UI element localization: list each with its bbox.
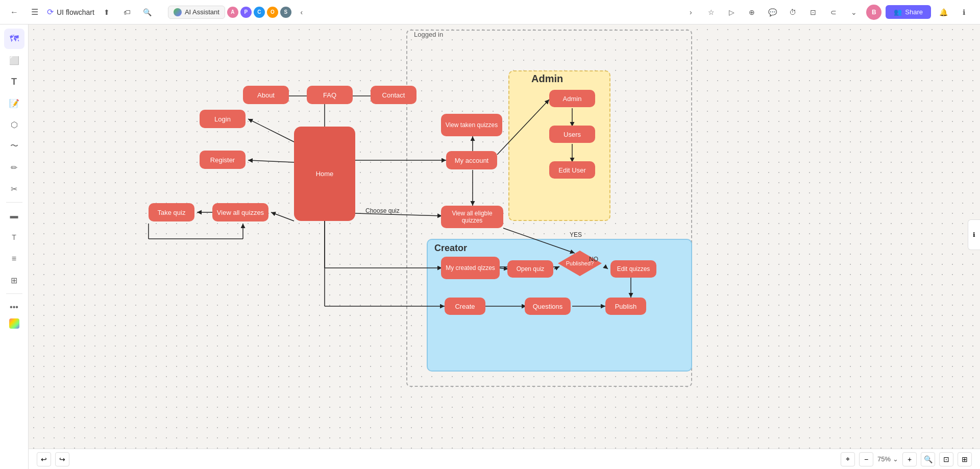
node-admin[interactable]: Admin (549, 90, 595, 107)
export-icon: ⬆ (104, 8, 110, 16)
play-button[interactable]: ▷ (723, 4, 740, 20)
export-button[interactable]: ⬆ (99, 4, 115, 20)
redo-button[interactable]: ↪ (55, 452, 69, 466)
info-button[interactable]: ℹ (955, 4, 972, 20)
node-publish[interactable]: Publish (605, 298, 646, 315)
share-button[interactable]: 👥 Share (886, 5, 931, 19)
node-edit-quizzes[interactable]: Edit quizzes (610, 260, 656, 278)
cursor-button[interactable]: ⌖ (841, 452, 855, 466)
search-zoom-button[interactable]: 🔍 (921, 452, 935, 466)
flowchart: Logged in Admin Creator (29, 24, 980, 469)
chevron-down-icon: ⌄ (851, 8, 857, 16)
zoom-out-button[interactable]: − (859, 452, 873, 466)
node-view-taken[interactable]: View taken quizzes (441, 114, 502, 136)
list-sidebar-icon: ≡ (12, 254, 16, 263)
user-avatar[interactable]: B (866, 5, 881, 20)
play-icon: ▷ (729, 8, 734, 16)
sidebar-text2-button[interactable]: T (4, 227, 24, 248)
table-sidebar-icon: ▬ (10, 211, 18, 220)
node-edit-user[interactable]: Edit User (549, 161, 595, 179)
node-faq-label: FAQ (323, 91, 336, 99)
node-my-account-label: My account (455, 157, 488, 164)
sidebar-scissors-button[interactable]: ✂ (4, 179, 24, 199)
undo-button[interactable]: ↩ (37, 452, 51, 466)
sidebar-more-button[interactable]: ••• (4, 297, 24, 317)
flow-button[interactable]: ⊂ (825, 4, 842, 20)
node-create[interactable]: Create (445, 298, 485, 315)
node-take-quiz-label: Take quiz (158, 209, 186, 216)
sidebar-pen-button[interactable]: 〜 (4, 136, 24, 156)
sidebar-table-button[interactable]: ▬ (4, 206, 24, 226)
node-faq[interactable]: FAQ (307, 86, 353, 104)
logged-in-label: Logged in (414, 31, 443, 38)
node-view-eligible[interactable]: View all eligble quizzes (441, 206, 503, 228)
panel-button[interactable]: ⊞ (958, 452, 972, 466)
scissors-sidebar-icon: ✂ (11, 184, 17, 194)
node-about-label: About (257, 91, 275, 99)
search-icon: 🔍 (143, 8, 152, 16)
sidebar: 🗺 ⬜ T 📝 ⬡ 〜 ✏ ✂ ▬ T ≡ ⊞ ••• (0, 24, 29, 469)
node-contact[interactable]: Contact (371, 86, 416, 104)
node-my-created[interactable]: My created qlzzes (441, 257, 500, 279)
collapse-button[interactable]: ‹ (293, 4, 310, 20)
node-edit-user-label: Edit User (558, 166, 585, 174)
present-button[interactable]: ⊕ (744, 4, 760, 20)
title-label: UI flowchart (57, 8, 94, 16)
comment-icon: 💬 (768, 8, 777, 16)
menu-icon: ☰ (31, 7, 38, 17)
svg-line-5 (248, 119, 294, 142)
sidebar-sticky-button[interactable]: 📝 (4, 93, 24, 113)
flow-icon: ⊂ (830, 8, 837, 16)
node-view-all-quizzes[interactable]: View all quizzes (212, 203, 268, 221)
node-about[interactable]: About (243, 86, 289, 104)
sidebar-pencil-button[interactable]: ✏ (4, 157, 24, 178)
node-questions[interactable]: Questions (525, 298, 571, 315)
node-admin-label: Admin (563, 95, 582, 103)
bookmark-button[interactable]: ☆ (703, 4, 719, 20)
diamond-published[interactable]: Published? (557, 250, 603, 277)
node-my-created-label: My created qlzzes (446, 264, 495, 271)
menu-button[interactable]: ☰ (27, 4, 43, 20)
search-button[interactable]: 🔍 (139, 4, 156, 20)
zoom-in-button[interactable]: + (902, 452, 917, 466)
timer-button[interactable]: ⏱ (785, 4, 801, 20)
pen-sidebar-icon: 〜 (10, 141, 18, 152)
sidebar-frame-button[interactable]: ⬜ (4, 50, 24, 70)
sidebar-text-button[interactable]: T (4, 71, 24, 92)
node-edit-quizzes-label: Edit quizzes (617, 265, 650, 273)
sidebar-map-button[interactable]: 🗺 (4, 29, 24, 49)
right-info-button[interactable]: ℹ (968, 219, 980, 250)
more-sidebar-icon: ••• (10, 303, 18, 312)
color-palette[interactable] (9, 318, 19, 329)
back-icon: ← (10, 8, 18, 17)
node-take-quiz[interactable]: Take quiz (149, 203, 194, 221)
sidebar-list-button[interactable]: ≡ (4, 249, 24, 269)
node-my-account[interactable]: My account (446, 151, 497, 169)
text-sidebar-icon: T (11, 77, 17, 87)
node-create-label: Create (455, 303, 475, 310)
sticky-sidebar-icon: 📝 (9, 98, 19, 108)
tag-button[interactable]: 🏷 (119, 4, 135, 20)
node-register[interactable]: Register (200, 151, 246, 169)
ai-assistant-button[interactable]: AI Assistant (168, 6, 225, 19)
redo-icon: ↪ (59, 455, 65, 463)
notification-button[interactable]: 🔔 (935, 4, 951, 20)
sidebar-grid-button[interactable]: ⊞ (4, 270, 24, 290)
node-users-label: Users (564, 131, 581, 138)
comment-button[interactable]: 💬 (764, 4, 780, 20)
view-button[interactable]: ⊡ (939, 452, 953, 466)
node-home[interactable]: Home (294, 127, 355, 221)
sidebar-shape-button[interactable]: ⬡ (4, 114, 24, 135)
expand-right-button[interactable]: › (682, 4, 699, 20)
zoom-level-display: 75% ⌄ (877, 455, 898, 463)
chevron-down-button[interactable]: ⌄ (846, 4, 862, 20)
node-view-taken-label: View taken quizzes (446, 121, 498, 129)
node-login[interactable]: Login (200, 110, 246, 128)
panel-icon: ⊞ (962, 455, 968, 463)
frame-icon: ⊡ (810, 8, 816, 16)
node-users[interactable]: Users (549, 126, 595, 143)
frame-button[interactable]: ⊡ (805, 4, 821, 20)
node-open-quiz[interactable]: Open quiz (507, 260, 553, 278)
admin-title: Admin (531, 73, 563, 85)
back-button[interactable]: ← (6, 4, 22, 20)
